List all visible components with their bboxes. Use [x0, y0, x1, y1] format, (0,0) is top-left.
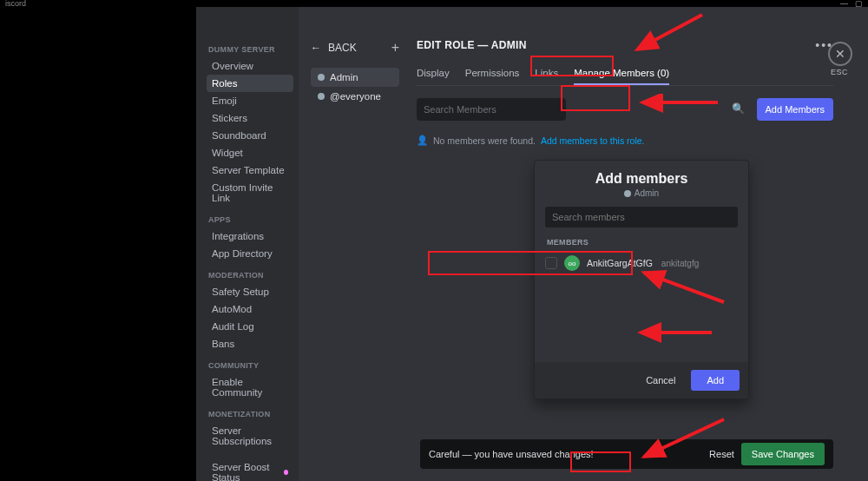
boost-dot-icon — [284, 470, 288, 475]
unsaved-msg: Careful — you have unsaved changes! — [429, 449, 594, 459]
left-blank-area — [0, 7, 196, 481]
add-role-icon[interactable]: + — [391, 40, 399, 56]
nav-stickers[interactable]: Stickers — [207, 109, 293, 127]
nav-subs[interactable]: Server Subscriptions — [207, 422, 293, 450]
section-monetization: MONETIZATION — [208, 410, 293, 418]
add-members-link[interactable]: Add members to this role. — [541, 135, 645, 146]
modal-title: Add members — [535, 161, 748, 187]
tab-manage-members[interactable]: Manage Members (0) — [574, 63, 669, 85]
nav-directory[interactable]: App Directory — [207, 245, 293, 262]
content-area: ← BACK + Admin @everyone EDIT ROLE — ADM… — [299, 7, 868, 481]
role-admin[interactable]: Admin — [311, 68, 399, 87]
nav-automod[interactable]: AutoMod — [207, 300, 293, 318]
nav-safety[interactable]: Safety Setup — [207, 283, 293, 300]
role-list-column: ← BACK + Admin @everyone — [299, 7, 408, 481]
nav-emoji[interactable]: Emoji — [207, 92, 293, 109]
nav-template[interactable]: Server Template — [207, 161, 293, 179]
close-button[interactable]: ✕ — [828, 42, 852, 66]
no-members-text: No members were found. — [433, 135, 536, 146]
nav-invite-link[interactable]: Custom Invite Link — [207, 179, 293, 207]
nav-soundboard[interactable]: Soundboard — [207, 127, 293, 144]
editor-title: EDIT ROLE — ADMIN — [417, 39, 527, 51]
back-label[interactable]: BACK — [328, 42, 357, 54]
settings-sidebar: DUMMY SERVER Overview Roles Emoji Sticke… — [196, 7, 299, 481]
section-community: COMMUNITY — [208, 361, 293, 370]
add-members-button[interactable]: Add Members — [757, 98, 833, 121]
member-checkbox[interactable] — [545, 257, 557, 269]
titlebar: iscord — ▢ — [0, 0, 868, 7]
modal-subtitle: Admin — [535, 188, 748, 198]
tab-permissions[interactable]: Permissions — [465, 63, 520, 85]
search-icon: 🔍 — [732, 102, 745, 115]
avatar: oo — [564, 255, 580, 271]
nav-roles[interactable]: Roles — [207, 75, 293, 92]
members-label: MEMBERS — [547, 238, 748, 247]
role-dot-icon — [318, 74, 325, 81]
nav-bans[interactable]: Bans — [207, 335, 293, 353]
role-dot-icon — [318, 93, 325, 100]
search-input[interactable] — [417, 98, 566, 121]
section-server: DUMMY SERVER — [208, 45, 293, 54]
person-remove-icon: 👤 — [417, 135, 428, 146]
nav-overview[interactable]: Overview — [207, 57, 293, 75]
member-handle: ankitatgfg — [661, 259, 699, 268]
cancel-button[interactable]: Cancel — [637, 370, 684, 391]
back-arrow-icon[interactable]: ← — [311, 42, 321, 54]
save-changes-button[interactable]: Save Changes — [741, 443, 825, 465]
nav-audit[interactable]: Audit Log — [207, 318, 293, 335]
tab-display[interactable]: Display — [417, 63, 450, 85]
unsaved-changes-bar: Careful — you have unsaved changes! Rese… — [420, 439, 833, 469]
no-members-row: 👤 No members were found. Add members to … — [417, 135, 833, 146]
add-button[interactable]: Add — [691, 370, 740, 391]
nav-community[interactable]: Enable Community — [207, 373, 293, 401]
add-members-modal: Add members Admin MEMBERS oo AnkitGargAt… — [534, 160, 749, 399]
nav-widget[interactable]: Widget — [207, 144, 293, 161]
section-apps: APPS — [208, 215, 293, 224]
tabs: Display Permissions Links Manage Members… — [417, 63, 833, 86]
role-dot-icon — [624, 190, 631, 197]
nav-boost[interactable]: Server Boost Status — [207, 458, 293, 481]
member-row[interactable]: oo AnkitGargAtGfG ankitatgfg — [535, 250, 748, 276]
role-editor: EDIT ROLE — ADMIN ••• Display Permission… — [408, 7, 868, 481]
modal-footer: Cancel Add — [535, 362, 748, 399]
esc-label: ESC — [831, 68, 848, 76]
reset-button[interactable]: Reset — [709, 449, 734, 459]
role-everyone[interactable]: @everyone — [311, 87, 399, 106]
modal-search-input[interactable] — [545, 207, 738, 227]
member-name: AnkitGargAtGfG — [587, 258, 653, 268]
tab-links[interactable]: Links — [535, 63, 558, 85]
section-moderation: MODERATION — [208, 271, 293, 280]
nav-integrations[interactable]: Integrations — [207, 227, 293, 245]
